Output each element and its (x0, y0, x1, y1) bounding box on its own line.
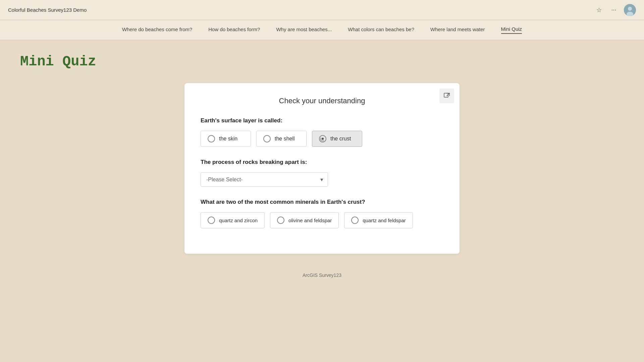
option-the-crust[interactable]: the crust (312, 131, 362, 147)
page-title: Mini Quiz (20, 54, 624, 70)
radio-circle-the-crust (319, 135, 326, 142)
svg-point-5 (322, 138, 324, 140)
option-quartz-zircon-label: quartz and zircon (219, 218, 258, 223)
question-1-label: Earth's surface layer is called: (201, 117, 443, 124)
option-quartz-zircon[interactable]: quartz and zircon (201, 212, 265, 228)
option-the-shell-label: the shell (275, 136, 295, 142)
question-2-select[interactable]: -Please Select- weathering erosion depos… (201, 172, 328, 187)
loading-spinner-icon (320, 135, 326, 142)
nav-item-most-beaches[interactable]: Why are most beaches... (276, 26, 332, 34)
more-options-icon[interactable]: ··· (609, 5, 619, 15)
question-3-label: What are two of the most common minerals… (201, 199, 443, 205)
nav-item-beach-colors[interactable]: What colors can beaches be? (348, 26, 414, 34)
quiz-card: Check your understanding Earth's surface… (184, 83, 460, 254)
radio-circle-quartz-feldspar (351, 217, 359, 224)
nav-item-beaches-come-from[interactable]: Where do beaches come from? (122, 26, 192, 34)
option-olivine-feldspar-label: olivine and feldspar (288, 218, 332, 223)
radio-circle-quartz-zircon (208, 217, 215, 224)
option-olivine-feldspar[interactable]: olivine and feldspar (270, 212, 339, 228)
top-bar-icons: ☆ ··· (594, 4, 636, 16)
footer: ArcGIS Survey123 (0, 267, 644, 283)
external-link-icon (443, 93, 450, 99)
top-bar: Colorful Beaches Survey123 Demo ☆ ··· (0, 0, 644, 20)
nav-item-land-meets-water[interactable]: Where land meets water (430, 26, 485, 34)
option-quartz-feldspar-label: quartz and feldspar (363, 218, 406, 223)
option-the-skin-label: the skin (219, 136, 237, 142)
question-2-block: The process of rocks breaking apart is: … (201, 159, 443, 187)
svg-point-1 (628, 7, 632, 11)
app-title: Colorful Beaches Survey123 Demo (8, 7, 87, 13)
bookmark-icon[interactable]: ☆ (594, 5, 604, 15)
question-3-options: quartz and zircon olivine and feldspar q… (201, 212, 443, 228)
question-2-select-wrapper: -Please Select- weathering erosion depos… (201, 172, 328, 187)
question-1-block: Earth's surface layer is called: the ski… (201, 117, 443, 147)
footer-label: ArcGIS Survey123 (303, 273, 341, 278)
quiz-header: Check your understanding (201, 97, 443, 105)
option-the-shell[interactable]: the shell (256, 131, 307, 147)
radio-circle-the-shell (263, 135, 271, 142)
option-quartz-feldspar[interactable]: quartz and feldspar (344, 212, 413, 228)
nav-item-beaches-form[interactable]: How do beaches form? (208, 26, 260, 34)
nav-item-mini-quiz[interactable]: Mini Quiz (501, 26, 522, 34)
nav-bar: Where do beaches come from? How do beach… (0, 20, 644, 40)
external-link-button[interactable] (439, 88, 454, 103)
question-1-options: the skin the shell the (201, 131, 443, 147)
option-the-skin[interactable]: the skin (201, 131, 251, 147)
main-content: Mini Quiz Check your understanding Earth… (0, 40, 644, 267)
question-2-label: The process of rocks breaking apart is: (201, 159, 443, 166)
question-3-block: What are two of the most common minerals… (201, 199, 443, 228)
radio-circle-the-skin (208, 135, 215, 142)
radio-circle-olivine-feldspar (277, 217, 284, 224)
avatar[interactable] (624, 4, 636, 16)
option-the-crust-label: the crust (330, 136, 351, 142)
